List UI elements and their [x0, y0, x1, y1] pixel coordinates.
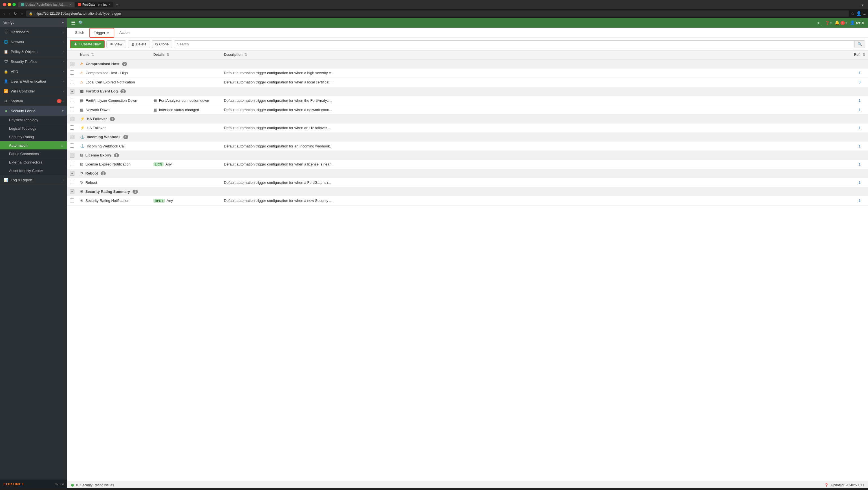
tab-trigger[interactable]: Trigger 🖱: [89, 28, 115, 38]
search-submit-button[interactable]: 🔍: [855, 41, 865, 47]
forward-button[interactable]: ›: [8, 11, 11, 17]
url-bar[interactable]: 🔒 https://20.121.39.156/system/automatio…: [26, 10, 849, 17]
tab1-close-icon[interactable]: ✕: [69, 3, 72, 6]
row-checkbox[interactable]: [70, 98, 74, 102]
sidebar-header[interactable]: vm-fgt ▾: [0, 18, 67, 27]
sidebar-item-wifi[interactable]: 📶 WiFi Controller ›: [0, 86, 67, 96]
group-row-incoming-webhook[interactable]: − ⚓ Incoming Webhook 1: [67, 132, 868, 141]
group-collapse-btn-security-rating[interactable]: −: [70, 190, 74, 194]
browser-tab-1[interactable]: Update-RouteTable (aa-fct10/U... ✕: [18, 2, 74, 7]
home-button[interactable]: ⌂: [20, 11, 24, 17]
row-checkbox[interactable]: [70, 162, 74, 166]
table-row[interactable]: ⊟ License Expired Notification LICN Any …: [67, 160, 868, 169]
ref-link[interactable]: 1: [859, 181, 860, 185]
sidebar-sub-item-automation[interactable]: Automation ☆: [0, 141, 67, 150]
clone-label: Clone: [159, 42, 168, 46]
sidebar-item-log-report[interactable]: 📊 Log & Report ›: [0, 175, 67, 185]
ref-link[interactable]: 1: [859, 198, 860, 203]
help-status-icon[interactable]: ❓: [824, 483, 829, 487]
group-collapse-btn-fortios[interactable]: −: [70, 89, 74, 94]
row-checkbox[interactable]: [70, 198, 74, 202]
automation-star-icon[interactable]: ☆: [61, 143, 64, 148]
topbar-search-icon[interactable]: 🔍: [79, 20, 84, 25]
row-checkbox[interactable]: [70, 107, 74, 111]
group-row-license-expiry[interactable]: − ⊟ License Expiry 1: [67, 151, 868, 160]
browser-tab-2[interactable]: FortiGate - vm-fgt ✕: [75, 2, 113, 7]
profile-icon[interactable]: 👤: [856, 11, 862, 16]
col-header-description[interactable]: Description ⇅: [221, 51, 851, 59]
group-collapse-btn-reboot[interactable]: −: [70, 171, 74, 176]
group-row-reboot[interactable]: − ↻ Reboot 1: [67, 169, 868, 178]
sidebar-sub-item-asset-identity[interactable]: Asset Identity Center: [0, 167, 67, 175]
ref-link[interactable]: 1: [859, 162, 860, 166]
table-row[interactable]: ⚠ Local Cert Expired Notification Defaul…: [67, 77, 868, 87]
view-button[interactable]: 👁 View: [106, 40, 126, 48]
tab-stitch[interactable]: Stitch: [70, 28, 89, 38]
menu-icon[interactable]: ≡: [863, 11, 866, 16]
col-header-name[interactable]: Name ⇅: [77, 51, 151, 59]
hamburger-icon[interactable]: ☰: [71, 20, 75, 26]
tl-red[interactable]: [3, 3, 6, 6]
clone-button[interactable]: ⧉ Clone: [152, 40, 172, 48]
sidebar-item-network[interactable]: 🌐 Network ›: [0, 37, 67, 47]
row-checkbox[interactable]: [70, 143, 74, 148]
group-collapse-btn-license[interactable]: −: [70, 153, 74, 158]
bookmark-icon[interactable]: ☆: [851, 11, 855, 16]
group-collapse-btn-webhook[interactable]: −: [70, 135, 74, 139]
col-header-ref[interactable]: Ref. ⇅: [851, 51, 868, 59]
ref-link[interactable]: 1: [859, 126, 860, 130]
row-checkbox[interactable]: [70, 126, 74, 130]
user-info[interactable]: 👤 fct10: [850, 20, 864, 25]
row-checkbox[interactable]: [70, 70, 74, 75]
sidebar-sub-item-security-rating[interactable]: Security Rating: [0, 133, 67, 141]
bell-container[interactable]: 🔔 1 ▾: [834, 20, 847, 25]
tab2-close-icon[interactable]: ✕: [108, 3, 111, 6]
sidebar-item-system[interactable]: ⚙ System 1 ›: [0, 96, 67, 106]
reload-button[interactable]: ↻: [13, 11, 18, 17]
tl-green[interactable]: [12, 3, 16, 6]
sidebar-item-dashboard[interactable]: ⊞ Dashboard ›: [0, 27, 67, 37]
sidebar-sub-item-logical-topology[interactable]: Logical Topology: [0, 124, 67, 133]
table-row[interactable]: ⚡ HA Failover Default automation trigger…: [67, 123, 868, 132]
group-collapse-btn-ha[interactable]: −: [70, 117, 74, 121]
create-new-button[interactable]: ✚ + Create New: [70, 40, 104, 48]
table-row[interactable]: ↻ Reboot Default automation trigger conf…: [67, 178, 868, 187]
group-row-ha-failover[interactable]: − ⚡ HA Failover 1: [67, 115, 868, 124]
ref-link[interactable]: 1: [859, 98, 860, 103]
sidebar-item-policy-objects[interactable]: 📋 Policy & Objects ›: [0, 47, 67, 57]
terminal-icon[interactable]: >_: [817, 21, 822, 25]
group-row-fortios-event-log[interactable]: − ▦ FortiOS Event Log 2: [67, 87, 868, 96]
col-header-details[interactable]: Details ⇅: [151, 51, 221, 59]
table-row[interactable]: ⚠ Compromised Host - High Default automa…: [67, 68, 868, 77]
table-row[interactable]: ⚓ Incoming Webhook Call Default automati…: [67, 141, 868, 151]
help-container[interactable]: ❓ ▾: [825, 21, 832, 25]
tl-yellow[interactable]: [8, 3, 11, 6]
table-row[interactable]: ✳ Security Rating Notification RPRT Any …: [67, 196, 868, 205]
tab-dropdown-icon[interactable]: ▾: [862, 3, 864, 7]
delete-button[interactable]: 🗑 Delete: [128, 40, 150, 48]
ref-link[interactable]: 1: [859, 144, 860, 148]
group-row-compromised-host[interactable]: − ⚠ Compromised Host 2: [67, 59, 868, 68]
ref-link[interactable]: 1: [859, 108, 860, 112]
refresh-status-icon[interactable]: ↻: [861, 483, 864, 487]
back-button[interactable]: ‹: [2, 11, 6, 17]
group-row-security-rating[interactable]: − ✳ Security Rating Summary 1: [67, 187, 868, 196]
sidebar-sub-item-external-connectors[interactable]: External Connectors: [0, 158, 67, 167]
table-row[interactable]: ▦ FortiAnalyzer Connection Down ▦ FortiA…: [67, 96, 868, 105]
group-collapse-btn-compromised[interactable]: −: [70, 62, 74, 66]
sidebar-item-security-profiles[interactable]: 🛡 Security Profiles ›: [0, 57, 67, 67]
ref-link[interactable]: 1: [859, 71, 860, 75]
tab-action[interactable]: Action: [114, 28, 134, 38]
sidebar-sub-item-fabric-connectors[interactable]: Fabric Connectors: [0, 150, 67, 158]
new-tab-button[interactable]: +: [114, 2, 120, 7]
sidebar-item-security-fabric[interactable]: ◆ Security Fabric ▾: [0, 106, 67, 116]
sidebar-item-user-auth[interactable]: 👤 User & Authentication ›: [0, 76, 67, 86]
sidebar-item-vpn[interactable]: 🔒 VPN ›: [0, 67, 67, 76]
ref-link[interactable]: 0: [859, 80, 860, 84]
sidebar-sub-item-physical-topology[interactable]: Physical Topology: [0, 116, 67, 124]
row-checkbox[interactable]: [70, 80, 74, 84]
search-input[interactable]: [174, 41, 855, 47]
event-icon-fortios: ▦: [80, 89, 84, 93]
table-row[interactable]: ▦ Network Down ▦ Interface status change…: [67, 105, 868, 115]
row-checkbox[interactable]: [70, 180, 74, 184]
